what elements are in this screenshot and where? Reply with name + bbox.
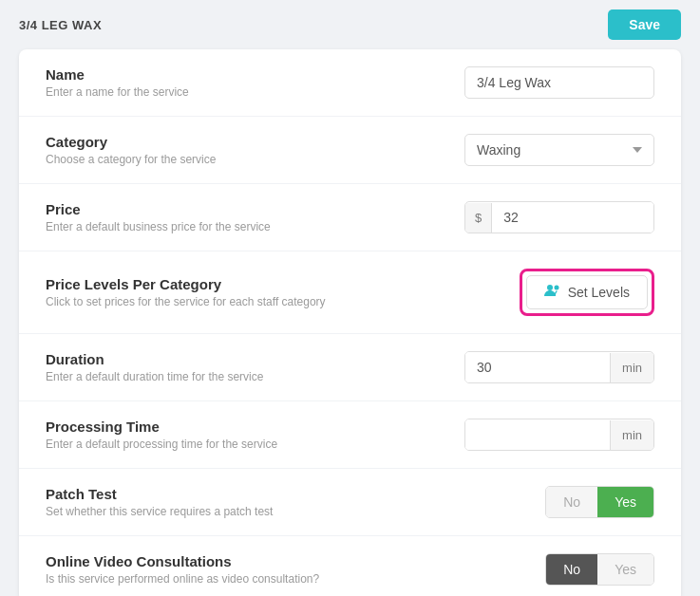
online-video-label: Online Video Consultations [46,553,545,569]
save-button[interactable]: Save [608,9,681,40]
name-label-group: Name Enter a name for the service [46,66,464,99]
name-input[interactable] [464,66,654,99]
svg-point-0 [547,285,553,290]
processing-time-suffix: min [610,420,653,450]
duration-input[interactable] [465,352,610,382]
top-bar: 3/4 LEG WAX Save [0,0,700,49]
patch-test-desc: Set whether this service requires a patc… [46,505,545,518]
category-control: Waxing Nails Hair Beauty [464,134,654,166]
set-levels-label: Set Levels [568,285,630,300]
price-control: $ [464,201,654,233]
online-video-yes-button[interactable]: Yes [597,554,653,585]
name-label: Name [46,66,464,83]
price-levels-control: Set Levels [520,269,654,316]
duration-input-wrap: min [464,351,654,383]
svg-point-1 [554,286,558,290]
patch-test-label: Patch Test [46,486,545,502]
set-levels-highlight: Set Levels [520,269,654,316]
patch-test-yes-button[interactable]: Yes [597,487,653,517]
online-video-toggle: No Yes [545,553,654,586]
price-input-wrap: $ [464,201,654,233]
price-label-group: Price Enter a default business price for… [46,201,464,233]
set-levels-button[interactable]: Set Levels [526,275,648,309]
duration-desc: Enter a default duration time for the se… [46,370,464,383]
patch-test-row: Patch Test Set whether this service requ… [19,469,681,536]
price-levels-desc: Click to set prices for the service for … [46,295,520,308]
patch-test-control: No Yes [545,486,654,518]
duration-suffix: min [610,353,653,382]
price-row: Price Enter a default business price for… [19,184,681,251]
processing-time-input[interactable] [465,419,610,450]
patch-test-toggle: No Yes [545,486,654,518]
online-video-row: Online Video Consultations Is this servi… [19,536,681,596]
price-label: Price [46,201,464,217]
patch-test-no-button[interactable]: No [546,487,597,517]
duration-row: Duration Enter a default duration time f… [19,334,681,401]
category-label: Category [46,134,464,150]
processing-time-control: min [464,419,654,451]
online-video-no-button[interactable]: No [546,554,597,585]
processing-time-desc: Enter a default processing time for the … [46,438,464,451]
price-desc: Enter a default business price for the s… [46,220,464,233]
service-form-card: Name Enter a name for the service Catego… [19,49,681,596]
processing-time-label: Processing Time [46,419,464,435]
online-video-label-group: Online Video Consultations Is this servi… [46,553,545,586]
price-input[interactable] [492,202,653,233]
category-desc: Choose a category for the service [46,153,464,166]
online-video-desc: Is this service performed online as vide… [46,572,545,586]
set-levels-icon [544,284,561,301]
processing-time-row: Processing Time Enter a default processi… [19,401,681,469]
name-row: Name Enter a name for the service [19,49,681,117]
processing-time-label-group: Processing Time Enter a default processi… [46,419,464,451]
page-title: 3/4 LEG WAX [19,18,102,32]
duration-label: Duration [46,351,464,367]
duration-label-group: Duration Enter a default duration time f… [46,351,464,383]
online-video-control: No Yes [545,553,654,586]
price-levels-label: Price Levels Per Category [46,276,520,292]
price-prefix: $ [465,203,492,233]
category-row: Category Choose a category for the servi… [19,117,681,184]
processing-time-input-wrap: min [464,419,654,451]
duration-control: min [464,351,654,383]
price-levels-label-group: Price Levels Per Category Click to set p… [46,276,520,308]
name-control [464,66,654,99]
category-select[interactable]: Waxing Nails Hair Beauty [464,134,654,166]
patch-test-label-group: Patch Test Set whether this service requ… [46,486,545,518]
category-label-group: Category Choose a category for the servi… [46,134,464,166]
price-levels-row: Price Levels Per Category Click to set p… [19,251,681,334]
name-desc: Enter a name for the service [46,85,464,99]
